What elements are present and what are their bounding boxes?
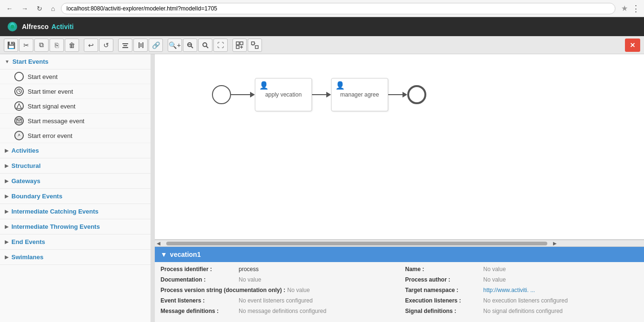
prop-execution-listeners: Execution listeners : No execution liste…: [405, 297, 639, 304]
reload-button[interactable]: ↻: [34, 4, 45, 13]
zoom-in-button[interactable]: 🔍+: [168, 39, 182, 52]
cut-button[interactable]: ✂: [19, 39, 33, 52]
bpmn-diagram: 👤 apply vecation 👤 manager agree: [212, 78, 426, 111]
task-apply-vacation[interactable]: 👤 apply vecation: [255, 78, 312, 111]
canvas-horizontal-scrollbar[interactable]: ◀ ▶: [155, 240, 644, 246]
sidebar-section-intermediate-catching-events[interactable]: ▶ Intermediate Catching Events: [0, 204, 154, 219]
save-button[interactable]: 💾: [4, 39, 18, 52]
align-vertical-button[interactable]: [118, 39, 132, 52]
sidebar-item-start-event[interactable]: Start event: [0, 69, 154, 84]
sidebar-item-start-error-event[interactable]: Start error event: [0, 128, 154, 143]
svg-rect-16: [236, 46, 239, 49]
connect-button[interactable]: 🔗: [149, 39, 163, 52]
prop-event-listeners-value: No event listeners configured: [239, 297, 312, 304]
sidebar-section-end-events[interactable]: ▶ End Events: [0, 234, 154, 250]
prop-process-version-string: Process version string (documentation on…: [161, 287, 394, 293]
bpmn-end-event[interactable]: [407, 85, 426, 104]
prop-process-author-value: No value: [483, 276, 506, 283]
svg-rect-19: [252, 42, 254, 45]
sidebar-section-end-events-label: End Events: [11, 238, 45, 245]
properties-header[interactable]: ▼ vecation1: [155, 247, 644, 262]
prop-documentation-label: Documentation :: [161, 276, 237, 283]
browser-menu-icon[interactable]: ⋮: [632, 3, 640, 14]
copy-button[interactable]: ⧉: [34, 39, 49, 52]
sidebar-section-boundary-events-label: Boundary Events: [11, 193, 62, 200]
prop-name: Name : No value: [405, 266, 639, 273]
svg-point-2: [10, 25, 14, 29]
start-event-icon: [14, 72, 24, 81]
delete-button[interactable]: 🗑: [65, 39, 79, 52]
sidebar-section-swimlanes[interactable]: ▶ Swimlanes: [0, 250, 154, 265]
sidebar-item-start-signal-event[interactable]: Start signal event: [0, 99, 154, 114]
sidebar-section-structural-label: Structural: [11, 162, 40, 169]
svg-rect-6: [139, 42, 140, 48]
sidebar-section-intermediate-throwing-events[interactable]: ▶ Intermediate Throwing Events: [0, 219, 154, 234]
prop-name-label: Name :: [405, 266, 482, 273]
close-button[interactable]: ✕: [625, 39, 640, 52]
scrollbar-thumb[interactable]: [166, 242, 547, 245]
sidebar-section-intermediate-catching-events-label: Intermediate Catching Events: [11, 208, 99, 215]
section-arrow-structural: ▶: [5, 163, 9, 168]
prop-process-identifier: Process identifier : process: [161, 266, 394, 273]
prop-message-definitions-value: No message definitions configured: [239, 308, 326, 314]
task-user-icon-2: 👤: [335, 81, 345, 90]
scroll-right-arrow[interactable]: ▶: [551, 241, 559, 246]
back-button[interactable]: ←: [4, 4, 15, 13]
start-timer-event-label: Start timer event: [28, 88, 73, 95]
sidebar-section-start-events[interactable]: ▼ Start Events: [0, 54, 154, 69]
properties-title: vecation1: [170, 251, 201, 258]
address-bar[interactable]: [61, 3, 615, 14]
prop-documentation: Documentation : No value: [161, 276, 394, 283]
task-manager-agree[interactable]: 👤 manager agree: [331, 78, 388, 111]
sidebar-item-start-timer-event[interactable]: Start timer event: [0, 84, 154, 99]
sidebar-section-activities[interactable]: ▶ Activities: [0, 143, 154, 158]
export-button[interactable]: [248, 39, 262, 52]
fit-button[interactable]: ⛶: [213, 39, 228, 52]
toolbar: 💾 ✂ ⧉ ⎘ 🗑 ↩ ↺ 🔗 🔍+ ⛶ ✕: [0, 36, 644, 54]
properties-collapse-icon: ▼: [161, 251, 167, 258]
sidebar-item-start-message-event[interactable]: Start message event: [0, 114, 154, 128]
prop-target-namespace-label: Target namespace :: [405, 287, 482, 293]
section-arrow-intermediate-throwing-events: ▶: [5, 224, 9, 229]
svg-marker-26: [17, 104, 21, 108]
svg-rect-8: [142, 42, 143, 48]
bpmn-start-event[interactable]: [212, 85, 231, 104]
section-arrow-boundary-events: ▶: [5, 194, 9, 199]
start-message-event-label: Start message event: [28, 117, 84, 125]
scroll-left-arrow[interactable]: ◀: [155, 241, 162, 246]
prop-message-definitions-label: Message definitions :: [161, 308, 237, 314]
sidebar-section-structural[interactable]: ▶ Structural: [0, 158, 154, 174]
svg-rect-3: [122, 43, 128, 44]
canvas-area: 👤 apply vecation 👤 manager agree: [155, 54, 644, 322]
prop-documentation-value: No value: [239, 276, 261, 283]
prop-execution-listeners-label: Execution listeners :: [405, 297, 482, 304]
sidebar-section-activities-label: Activities: [11, 147, 39, 154]
sidebar-section-gateways[interactable]: ▶ Gateways: [0, 174, 154, 189]
task-apply-vacation-label: apply vecation: [263, 89, 304, 100]
zoom-reset-button[interactable]: [198, 39, 212, 52]
forward-button[interactable]: →: [19, 4, 30, 13]
sidebar-section-gateways-label: Gateways: [11, 177, 40, 185]
start-event-label: Start event: [28, 73, 58, 80]
section-arrow-end-events: ▶: [5, 239, 9, 244]
paste-button[interactable]: ⎘: [50, 39, 64, 52]
sidebar-scrollbar[interactable]: [151, 54, 154, 322]
prop-signal-definitions-label: Signal definitions :: [405, 308, 482, 314]
browser-bar: ← → ↻ ⌂ ★ ⋮: [0, 0, 644, 17]
sidebar-section-start-events-label: Start Events: [12, 58, 49, 65]
redo-button[interactable]: ↺: [99, 39, 113, 52]
prop-event-listeners-label: Event listeners :: [161, 297, 237, 304]
align-horizontal-button[interactable]: [133, 39, 148, 52]
section-arrow-activities: ▶: [5, 148, 9, 153]
undo-button[interactable]: ↩: [84, 39, 98, 52]
svg-rect-4: [123, 45, 127, 46]
layout-button[interactable]: [232, 39, 247, 52]
flow-arrow-1: [231, 92, 255, 98]
home-button[interactable]: ⌂: [49, 4, 57, 13]
canvas-viewport[interactable]: 👤 apply vecation 👤 manager agree: [155, 54, 644, 240]
sidebar-section-boundary-events[interactable]: ▶ Boundary Events: [0, 189, 154, 204]
section-arrow-gateways: ▶: [5, 178, 9, 184]
svg-line-25: [19, 91, 20, 92]
sidebar: ▼ Start Events Start event Start timer e…: [0, 54, 155, 322]
zoom-out-button[interactable]: [183, 39, 197, 52]
